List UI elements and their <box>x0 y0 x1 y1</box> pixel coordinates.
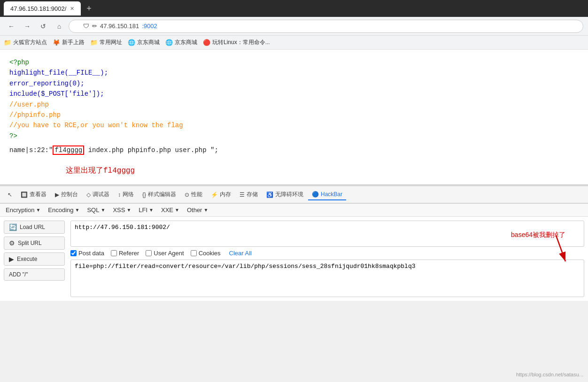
devtools-inspector-button[interactable]: 🔲 查看器 <box>17 189 50 200</box>
split-url-button[interactable]: ⚙ Split URL <box>4 237 65 250</box>
bookmark-icon: 🔴 <box>203 39 210 46</box>
tab-title: 47.96.150.181:9002/ <box>10 5 66 12</box>
hackbar-menu-xxe[interactable]: XXE ▼ <box>161 206 179 214</box>
bookmark-label: 火狐官方站点 <box>13 38 47 46</box>
inspect-icon: ↖ <box>8 191 12 198</box>
memory-icon: ⚡ <box>211 191 218 198</box>
load-url-icon: 🔄 <box>9 223 17 231</box>
storage-icon: ☰ <box>240 191 245 198</box>
bookmarks-bar: 📁 火狐官方站点 🦊 新手上路 📁 常用网址 🌐 京东商城 🌐 京东商城 🔴 玩… <box>0 36 588 50</box>
devtools-style-button[interactable]: {} 样式编辑器 <box>139 189 180 200</box>
bookmark-label: 新手上路 <box>62 38 85 46</box>
bookmark-huo[interactable]: 📁 火狐官方站点 <box>4 38 47 46</box>
hackbar-body: 🔄 Load URL ⚙ Split URL ▶ Execute ADD "/" <box>0 217 588 301</box>
devtools-storage-button[interactable]: ☰ 存储 <box>236 189 262 200</box>
annotation-row: Post data Referer User Agent Cookies C <box>70 250 584 257</box>
hackbar-icon: 🔵 <box>312 191 319 198</box>
devtools-perf-button[interactable]: ⊙ 性能 <box>181 189 206 200</box>
xss-arrow-icon: ▼ <box>126 207 131 213</box>
bookmark-icon: 🌐 <box>128 39 135 46</box>
code-output: name|s:22:"fl4gggg index.php phpinfo.php… <box>9 145 579 155</box>
devtools-memory-button[interactable]: ⚡ 内存 <box>207 189 235 200</box>
devtools-hackbar-button[interactable]: 🔵 HackBar <box>308 189 346 200</box>
browser-toolbar: ← → ↺ ⌂ 🛡 ✏ 47.96.150.181:9002 <box>0 17 588 36</box>
inspector-icon: 🔲 <box>21 191 28 198</box>
clear-all-link[interactable]: Clear All <box>229 250 252 257</box>
bookmark-icon: 🌐 <box>165 39 173 46</box>
bookmark-jd1[interactable]: 🌐 京东商城 <box>128 38 160 46</box>
devtools-console-button[interactable]: ▶ 控制台 <box>51 189 82 200</box>
new-tab-button[interactable]: + <box>84 4 94 14</box>
devtools-accessibility-button[interactable]: ♿ 无障碍环境 <box>263 189 307 200</box>
devtools-bar: ↖ 🔲 查看器 ▶ 控制台 ◇ 调试器 ↕ 网络 {} 样式编辑器 ⊙ 性能 ⚡… <box>0 185 588 203</box>
address-bar[interactable]: 🛡 ✏ 47.96.150.181:9002 <box>69 20 583 33</box>
url-input[interactable] <box>70 221 584 247</box>
php-open-tag: <?php <box>9 57 579 68</box>
hackbar-menu-encryption[interactable]: Encryption ▼ <box>6 206 40 214</box>
bookmark-common[interactable]: 📁 常用网址 <box>90 38 122 46</box>
user-agent-checkbox[interactable]: User Agent <box>146 250 184 257</box>
encryption-arrow-icon: ▼ <box>36 207 40 213</box>
home-button[interactable]: ⌂ <box>53 20 66 33</box>
cookies-checkbox[interactable]: Cookies <box>191 250 221 257</box>
hackbar-menu-xss[interactable]: XSS ▼ <box>113 206 131 214</box>
bookmark-label: 常用网址 <box>100 38 122 46</box>
address-text: 47.96.150.181 <box>100 23 139 30</box>
bookmark-icon: 📁 <box>4 39 11 46</box>
console-icon: ▶ <box>55 191 59 198</box>
network-icon: ↕ <box>118 191 121 198</box>
bookmark-linux[interactable]: 🔴 玩转Linux：常用命令... <box>203 38 270 46</box>
code-comment3: //you have to RCE,or you won't know the … <box>9 120 579 130</box>
encoding-arrow-icon: ▼ <box>75 207 80 213</box>
back-button[interactable]: ← <box>5 20 18 33</box>
svg-line-1 <box>556 236 565 261</box>
bookmark-icon: 📁 <box>90 39 98 46</box>
forward-button[interactable]: → <box>21 20 34 33</box>
devtools-debugger-button[interactable]: ◇ 调试器 <box>83 189 113 200</box>
perf-icon: ⊙ <box>185 191 189 198</box>
code-comment2: //phpinfo.php <box>9 110 579 120</box>
style-icon: {} <box>142 191 146 198</box>
code-line3: include($_POST['file']); <box>9 89 579 99</box>
code-line1: highlight_file(__FILE__); <box>9 68 579 78</box>
hackbar-menu-lfi[interactable]: LFI ▼ <box>139 206 154 214</box>
flag-highlight: fl4gggg <box>53 145 84 155</box>
code-display: <?php highlight_file(__FILE__); error_re… <box>0 50 588 185</box>
bookmark-label: 京东商城 <box>137 38 160 46</box>
arrow-svg <box>542 236 570 264</box>
checkbox-row: Post data Referer User Agent Cookies C <box>70 250 252 257</box>
code-comment1: //user.php <box>9 99 579 110</box>
referer-checkbox[interactable]: Referer <box>111 250 139 257</box>
add-slash-button[interactable]: ADD "/" <box>4 268 65 281</box>
split-url-icon: ⚙ <box>9 239 15 247</box>
hackbar-panel: Encryption ▼ Encoding ▼ SQL ▼ XSS ▼ LFI … <box>0 203 588 301</box>
bookmark-jd2[interactable]: 🌐 京东商城 <box>165 38 197 46</box>
post-data-input[interactable] <box>70 260 584 297</box>
browser-titlebar: 47.96.150.181:9002/ ✕ + <box>0 0 588 17</box>
debugger-icon: ◇ <box>86 191 91 198</box>
lfi-arrow-icon: ▼ <box>149 207 154 213</box>
address-port: :9002 <box>142 23 157 30</box>
security-icon: 🛡 <box>83 23 89 30</box>
load-url-button[interactable]: 🔄 Load URL <box>4 221 65 234</box>
tab-close-button[interactable]: ✕ <box>70 6 74 12</box>
devtools-inspect-button[interactable]: ↖ <box>4 190 16 200</box>
hackbar-main: Post data Referer User Agent Cookies C <box>70 221 584 297</box>
active-tab[interactable]: 47.96.150.181:9002/ ✕ <box>4 1 81 15</box>
php-close-tag: ?> <box>9 131 579 141</box>
hackbar-menu-other[interactable]: Other ▼ <box>187 206 208 214</box>
edit-icon: ✏ <box>92 23 97 30</box>
watermark: https://blog.csdn.net/satasu... <box>516 372 583 377</box>
devtools-network-button[interactable]: ↕ 网络 <box>114 189 138 200</box>
execute-button[interactable]: ▶ Execute <box>4 252 65 266</box>
code-line2: error_reporting(0); <box>9 78 579 89</box>
hackbar-menu-encoding[interactable]: Encoding ▼ <box>48 206 79 214</box>
bookmark-newbie[interactable]: 🦊 新手上路 <box>53 38 85 46</box>
execute-icon: ▶ <box>9 255 14 263</box>
post-data-checkbox[interactable]: Post data <box>70 250 104 257</box>
reload-button[interactable]: ↺ <box>37 20 50 33</box>
hackbar-sidebar: 🔄 Load URL ⚙ Split URL ▶ Execute ADD "/" <box>4 221 65 297</box>
hackbar-menu-sql[interactable]: SQL ▼ <box>87 206 105 214</box>
other-arrow-icon: ▼ <box>203 207 208 213</box>
sql-arrow-icon: ▼ <box>101 207 105 213</box>
